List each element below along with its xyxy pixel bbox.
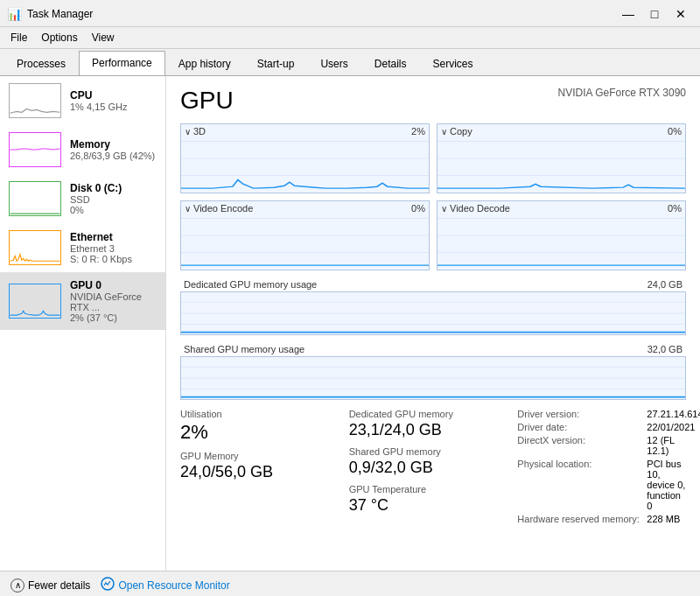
- tab-bar: Processes Performance App history Start-…: [0, 49, 700, 76]
- disk-sub2: 0%: [70, 205, 157, 215]
- gpu-memory-label: GPU Memory: [180, 451, 349, 461]
- ethernet-sub2: S: 0 R: 0 Kbps: [70, 254, 157, 264]
- driver-date-label: Driver date:: [517, 422, 640, 432]
- dedicated-label: Dedicated GPU memory usage: [184, 279, 317, 290]
- cpu-mini-graph: [9, 83, 61, 118]
- resource-monitor-icon: [101, 577, 115, 593]
- shared-graph: [180, 356, 686, 400]
- fewer-details-label: Fewer details: [28, 579, 90, 592]
- directx-label: DirectX version:: [517, 435, 640, 456]
- tab-users[interactable]: Users: [307, 52, 360, 75]
- tab-app-history[interactable]: App history: [165, 52, 244, 75]
- stat-utilisation: Utilisation 2% GPU Memory 24,0/56,0 GB: [180, 409, 349, 527]
- graph-video-decode: ∨ Video Decode 0%: [437, 200, 686, 270]
- shared-memory-section: Shared GPU memory usage 32,0 GB: [180, 342, 686, 400]
- open-resource-label: Open Resource Monitor: [118, 579, 229, 592]
- gpu-title: GPU 0: [70, 279, 157, 291]
- chevron-icon-decode: ∨: [441, 204, 447, 214]
- stats-row: Utilisation 2% GPU Memory 24,0/56,0 GB D…: [180, 409, 686, 527]
- physical-value: PCI bus 10, device 0, function 0: [647, 459, 686, 511]
- sidebar: CPU 1% 4,15 GHz Memory 26,8/63,9 GB (42%…: [0, 76, 166, 571]
- sidebar-item-cpu[interactable]: CPU 1% 4,15 GHz: [0, 76, 165, 125]
- content-header: GPU NVIDIA GeForce RTX 3090: [180, 87, 686, 115]
- dedicated-graph: [180, 291, 686, 335]
- graph-copy-percent: 0%: [668, 126, 682, 137]
- menu-file[interactable]: File: [4, 29, 34, 46]
- menu-bar: File Options View: [0, 27, 700, 49]
- hardware-label: Hardware reserved memory:: [517, 514, 640, 524]
- chevron-icon-encode: ∨: [185, 204, 191, 214]
- fewer-details-button[interactable]: ∧ Fewer details: [10, 578, 90, 592]
- gpu-sub2: 2% (37 °C): [70, 312, 157, 323]
- shared-label: Shared GPU memory usage: [184, 344, 304, 354]
- ethernet-sub1: Ethernet 3: [70, 243, 157, 254]
- title-bar-left: 📊 Task Manager: [7, 7, 93, 21]
- menu-view[interactable]: View: [85, 29, 122, 46]
- minimize-button[interactable]: —: [616, 5, 640, 23]
- title-bar-controls: — □ ✕: [616, 5, 693, 23]
- app-icon: 📊: [7, 7, 22, 21]
- shared-max: 32,0 GB: [648, 344, 682, 354]
- ethernet-mini-graph: [9, 230, 61, 265]
- gpu-mini-graph: [9, 284, 61, 319]
- bottom-bar: ∧ Fewer details Open Resource Monitor: [0, 571, 700, 596]
- sidebar-item-gpu[interactable]: GPU 0 NVIDIA GeForce RTX ... 2% (37 °C): [0, 272, 165, 330]
- driver-info: Driver version: 27.21.14.6140 Driver dat…: [517, 409, 686, 527]
- sidebar-item-disk[interactable]: Disk 0 (C:) SSD 0%: [0, 174, 165, 223]
- menu-options[interactable]: Options: [34, 29, 84, 46]
- tab-processes[interactable]: Processes: [4, 52, 79, 75]
- driver-date-value: 22/01/2021: [647, 422, 695, 432]
- cpu-title: CPU: [70, 89, 157, 102]
- ethernet-title: Ethernet: [70, 231, 157, 243]
- driver-version-label: Driver version:: [517, 409, 640, 419]
- utilisation-value: 2%: [180, 421, 349, 444]
- open-resource-monitor-button[interactable]: Open Resource Monitor: [101, 577, 229, 593]
- graph-decode-percent: 0%: [668, 203, 682, 214]
- dedicated-gpu-label: Dedicated GPU memory: [349, 409, 518, 419]
- svg-point-24: [102, 578, 114, 590]
- sidebar-item-memory[interactable]: Memory 26,8/63,9 GB (42%): [0, 125, 165, 174]
- disk-mini-graph: [9, 181, 61, 216]
- hardware-value: 228 MB: [647, 514, 680, 524]
- graph-decode-label: Video Decode: [450, 203, 510, 214]
- graph-video-encode: ∨ Video Encode 0%: [180, 200, 430, 270]
- close-button[interactable]: ✕: [668, 5, 693, 23]
- tab-performance[interactable]: Performance: [79, 51, 165, 75]
- graph-3d-percent: 2%: [411, 126, 425, 137]
- stat-dedicated: Dedicated GPU memory 23,1/24,0 GB Shared…: [349, 409, 518, 527]
- shared-gpu-label: Shared GPU memory: [349, 446, 518, 457]
- directx-value: 12 (FL 12.1): [647, 435, 686, 456]
- sidebar-item-ethernet[interactable]: Ethernet Ethernet 3 S: 0 R: 0 Kbps: [0, 223, 165, 272]
- memory-sub: 26,8/63,9 GB (42%): [70, 151, 157, 161]
- tab-details[interactable]: Details: [361, 52, 420, 75]
- maximize-button[interactable]: □: [642, 5, 667, 23]
- content-area: GPU NVIDIA GeForce RTX 3090 ∨ 3D 2%: [166, 76, 700, 571]
- chevron-up-icon: ∧: [10, 578, 24, 592]
- content-title: GPU: [180, 87, 234, 115]
- graph-3d-label: 3D: [193, 126, 206, 137]
- temp-value: 37 °C: [349, 496, 518, 515]
- gpu-sub1: NVIDIA GeForce RTX ...: [70, 291, 157, 312]
- graph-3d: ∨ 3D 2%: [180, 123, 430, 193]
- main-area: CPU 1% 4,15 GHz Memory 26,8/63,9 GB (42%…: [0, 76, 700, 571]
- chevron-icon-3d: ∨: [185, 127, 191, 137]
- content-subtitle: NVIDIA GeForce RTX 3090: [557, 87, 686, 99]
- dedicated-max: 24,0 GB: [648, 279, 682, 290]
- physical-label: Physical location:: [517, 459, 640, 511]
- memory-mini-graph: [9, 132, 61, 167]
- cpu-sub: 1% 4,15 GHz: [70, 102, 157, 112]
- graph-encode-label: Video Encode: [193, 203, 253, 214]
- utilisation-label: Utilisation: [180, 409, 349, 419]
- graph-copy: ∨ Copy 0%: [437, 123, 686, 193]
- disk-sub1: SSD: [70, 194, 157, 205]
- tab-services[interactable]: Services: [419, 52, 486, 75]
- tab-startup[interactable]: Start-up: [244, 52, 308, 75]
- driver-version-value: 27.21.14.6140: [647, 409, 700, 419]
- dedicated-gpu-value: 23,1/24,0 GB: [349, 421, 518, 439]
- gpu-graphs-grid: ∨ 3D 2% ∨ Copy: [180, 123, 686, 270]
- graph-encode-percent: 0%: [411, 203, 425, 214]
- temp-label: GPU Temperature: [349, 484, 518, 494]
- shared-gpu-value: 0,9/32,0 GB: [349, 459, 518, 477]
- title-bar: 📊 Task Manager — □ ✕: [0, 0, 700, 27]
- chevron-icon-copy: ∨: [441, 127, 447, 137]
